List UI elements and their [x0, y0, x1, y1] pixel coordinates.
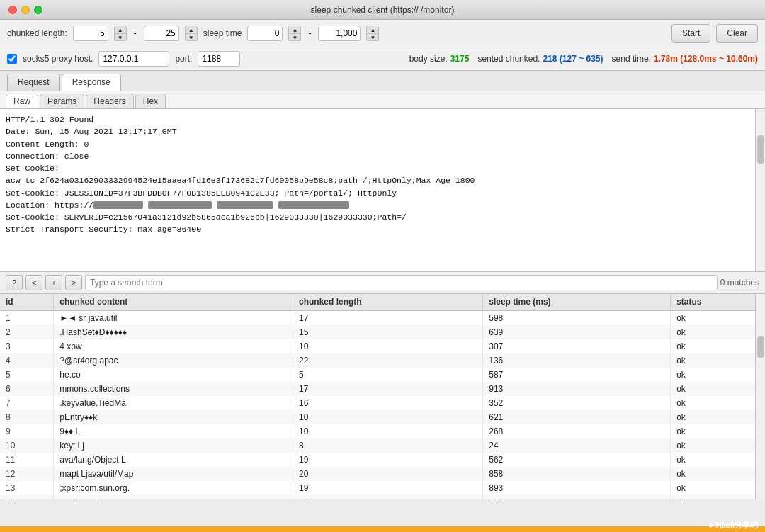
cell-length: 22 [293, 353, 482, 368]
table-row[interactable]: 13;xpsr:com.sun.org.19893ok [0, 481, 765, 495]
toolbar: chunked length: ▲ ▼ - ▲ ▼ sleep time ▲ ▼… [0, 20, 765, 47]
search-input[interactable] [85, 275, 718, 290]
chunked-max-down[interactable]: ▼ [186, 34, 197, 41]
chunked-min-down[interactable]: ▼ [115, 34, 126, 41]
sleep-max-down[interactable]: ▼ [367, 34, 378, 41]
content-tabs: Raw Params Headers Hex [0, 91, 765, 109]
cell-sleep: 24 [483, 438, 671, 453]
table-header-row: id chunked content chunked length sleep … [0, 294, 765, 310]
cell-sleep: 268 [483, 424, 671, 438]
prev-button[interactable]: < [26, 275, 42, 290]
cell-status: ok [671, 453, 765, 467]
chunked-max-up[interactable]: ▲ [186, 26, 197, 34]
sleep-min-stepper: ▲ ▼ [288, 26, 301, 41]
cell-content: ava/lang/Object;L [54, 453, 293, 467]
cell-id: 13 [0, 481, 54, 495]
chunked-min-input[interactable] [73, 26, 108, 41]
cell-status: ok [671, 368, 765, 382]
cell-status: ok [671, 382, 765, 396]
cell-sleep: 587 [483, 368, 671, 382]
sleep-max-stepper: ▲ ▼ [366, 26, 379, 41]
cell-status: ok [671, 353, 765, 368]
cell-content: 4 xpw [54, 339, 293, 353]
table-row[interactable]: 2.HashSet♦D♦♦♦♦♦15639ok [0, 325, 765, 339]
port-input[interactable] [198, 51, 240, 67]
maximize-button[interactable] [34, 6, 42, 14]
cell-id: 11 [0, 453, 54, 467]
cell-id: 8 [0, 410, 54, 424]
tab-params[interactable]: Params [40, 94, 84, 108]
proxy-host-label: socks5 proxy host: [23, 54, 93, 64]
help-button[interactable]: ? [6, 275, 23, 290]
cell-length: 17 [293, 310, 482, 325]
add-button[interactable]: + [45, 275, 62, 290]
table-row[interactable]: 12mapt Ljava/util/Map20858ok [0, 467, 765, 481]
table-row[interactable]: 10keyt Lj824ok [0, 438, 765, 453]
cell-sleep: 639 [483, 325, 671, 339]
tab-hex[interactable]: Hex [135, 94, 166, 108]
sleep-min-input[interactable] [247, 26, 283, 41]
cell-status: ok [671, 310, 765, 325]
cell-sleep: 913 [483, 382, 671, 396]
search-bar: ? < + > 0 matches [0, 272, 765, 294]
sleep-min-down[interactable]: ▼ [289, 34, 300, 41]
socks5-checkbox[interactable] [7, 54, 17, 64]
close-button[interactable] [8, 6, 17, 14]
proxy-host-input[interactable] [98, 51, 169, 67]
response-area[interactable]: HTTP/1.1 302 Found Date: Sun, 15 Aug 202… [0, 109, 765, 272]
cell-sleep: 136 [483, 353, 671, 368]
table-row[interactable]: 5he.co5587ok [0, 368, 765, 382]
tab-raw[interactable]: Raw [6, 94, 38, 108]
table-row[interactable]: 14apache.xala11445ok [0, 495, 765, 499]
response-scrollbar[interactable] [755, 109, 765, 271]
cell-status: ok [671, 481, 765, 495]
chunked-max-input[interactable] [144, 26, 179, 41]
cell-id: 9 [0, 424, 54, 438]
table-row[interactable]: 99♦♦ L10268ok [0, 424, 765, 438]
sleep-max-up[interactable]: ▲ [367, 26, 378, 34]
cell-status: ok [671, 424, 765, 438]
port-label: port: [175, 54, 192, 64]
chunked-min-up[interactable]: ▲ [115, 26, 126, 34]
sleep-time-label: sleep time [203, 28, 242, 38]
table-row[interactable]: 1►◄ sr java.util17598ok [0, 310, 765, 325]
cell-status: ok [671, 410, 765, 424]
start-button[interactable]: Start [672, 24, 710, 43]
cell-length: 20 [293, 467, 482, 481]
cell-length: 15 [293, 325, 482, 339]
chunked-max-stepper: ▲ ▼ [185, 26, 198, 41]
table-row[interactable]: 4?@sr4org.apac22136ok [0, 353, 765, 368]
cell-length: 19 [293, 481, 482, 495]
cell-length: 19 [293, 453, 482, 467]
tab-request[interactable]: Request [7, 74, 60, 91]
table-row[interactable]: 7.keyvalue.TiedMa16352ok [0, 396, 765, 410]
next-button[interactable]: > [65, 275, 82, 290]
minimize-button[interactable] [21, 6, 30, 14]
cell-content: mapt Ljava/util/Map [54, 467, 293, 481]
titlebar: sleep chunked client (https:// /monitor) [0, 0, 765, 20]
cell-content: ?@sr4org.apac [54, 353, 293, 368]
clear-button[interactable]: Clear [716, 24, 758, 43]
cell-content: keyt Lj [54, 438, 293, 453]
table-row[interactable]: 34 xpw10307ok [0, 339, 765, 353]
table-container: id chunked content chunked length sleep … [0, 294, 765, 499]
dash2: - [308, 28, 311, 38]
cell-id: 2 [0, 325, 54, 339]
cell-status: ok [671, 495, 765, 499]
cell-length: 8 [293, 438, 482, 453]
table-row[interactable]: 8pEntry♦♦k10621ok [0, 410, 765, 424]
table-row[interactable]: 11ava/lang/Object;L19562ok [0, 453, 765, 467]
cell-length: 16 [293, 396, 482, 410]
body-size-label: body size: [409, 54, 448, 64]
table-scrollbar[interactable] [755, 294, 765, 499]
table-row[interactable]: 6mmons.collections17913ok [0, 382, 765, 396]
sleep-min-up[interactable]: ▲ [289, 26, 300, 34]
cell-length: 10 [293, 339, 482, 353]
cell-status: ok [671, 467, 765, 481]
window-title: sleep chunked client (https:// /monitor) [311, 5, 455, 15]
tab-headers[interactable]: Headers [86, 94, 133, 108]
bottom-bar: ►Hack分享吧 [0, 526, 765, 532]
sleep-max-input[interactable] [318, 26, 361, 41]
table-body: 1►◄ sr java.util17598ok2.HashSet♦D♦♦♦♦♦1… [0, 310, 765, 499]
tab-response[interactable]: Response [62, 74, 121, 91]
